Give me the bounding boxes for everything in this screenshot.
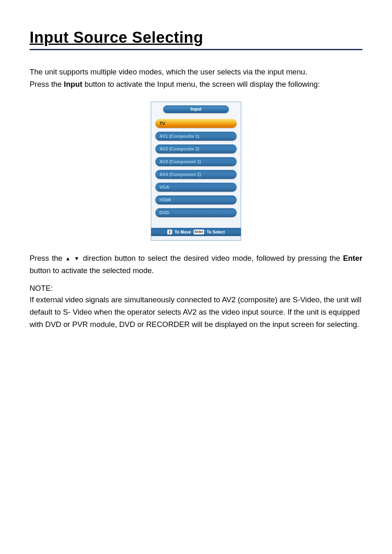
p3-post: button to activate the selected mode. [30,266,154,275]
osd-item-dvd[interactable]: DVD [155,208,237,217]
intro2-post: button to activate the Input menu, the s… [83,80,320,88]
osd-item-hdmi[interactable]: HDMI [155,195,237,204]
arrow-updown-icon: ▲ ▼ [167,229,172,234]
page-title: Input Source Selecting [30,29,362,50]
instruction-line: Press the ▲ ▼ direction button to select… [30,252,362,276]
note-body: If external video signals are simultaneo… [30,294,362,330]
note-heading: NOTE: [30,284,362,293]
enter-keycap: Enter [194,229,204,234]
osd-item-vga[interactable]: VGA [155,183,237,192]
osd-item-av1[interactable]: AV1 (Composite 1) [155,132,237,141]
osd-menu-container: Input TV AV1 (Composite 1) AV2 (Composit… [151,102,241,241]
osd-item-tv[interactable]: TV [155,119,237,128]
osd-title: Input [163,105,229,113]
p3-mid: direction button to select the desired v… [80,254,343,262]
arrow-down-icon: ▼ [74,255,80,262]
intro2-pre: Press the [30,80,64,88]
footer-select-label: To Select [207,230,225,234]
footer-move-label: To Move [175,230,191,234]
osd-footer: ▲ ▼ To Move Enter To Select [151,228,241,236]
p3-bold: Enter [343,254,362,262]
intro-line-2: Press the Input button to activate the I… [30,78,362,90]
intro-line-1: The unit supports multiple video modes, … [30,66,362,78]
osd-item-av4[interactable]: AV4 (Component 2) [155,170,237,179]
osd-menu: Input TV AV1 (Composite 1) AV2 (Composit… [151,102,241,241]
osd-item-av2[interactable]: AV2 (Composite 2) [155,144,237,153]
arrow-up-icon: ▲ [65,255,71,262]
intro2-bold: Input [64,80,82,88]
arrow-down-icon: ▼ [168,232,171,234]
p3-pre: Press the [30,254,65,262]
osd-list: TV AV1 (Composite 1) AV2 (Composite 2) A… [151,119,241,217]
osd-item-av3[interactable]: AV3 (Component 1) [155,157,237,166]
